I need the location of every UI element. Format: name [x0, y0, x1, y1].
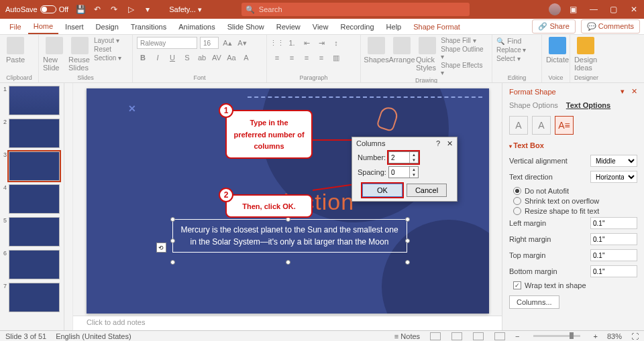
slide-counter[interactable]: Slide 3 of 51: [5, 332, 46, 340]
pane-tab-text[interactable]: Text Options: [566, 101, 610, 109]
decrease-font-icon[interactable]: A▾: [236, 37, 248, 49]
resize-handle[interactable]: [286, 260, 290, 265]
from-beginning-icon[interactable]: ▷: [123, 2, 138, 17]
replace-button[interactable]: Replace ▾: [496, 46, 526, 54]
tab-animations[interactable]: Animations: [173, 20, 220, 33]
spin-up-icon[interactable]: ▲: [410, 167, 418, 172]
number-spinner[interactable]: ▲▼: [388, 151, 419, 163]
shape-outline-button[interactable]: Shape Outline ▾: [441, 46, 488, 60]
shapes-button[interactable]: Shapes: [365, 37, 388, 64]
resize-handle[interactable]: [405, 217, 410, 222]
top-margin-input[interactable]: [590, 249, 637, 261]
slide-body-textbox[interactable]: Mercury is the closest planet to the Sun…: [172, 219, 407, 253]
shape-effects-button[interactable]: Shape Effects ▾: [441, 62, 488, 76]
paste-button[interactable]: Paste: [4, 37, 27, 64]
comments-button[interactable]: 💬 Comments: [581, 19, 640, 33]
line-spacing-icon[interactable]: ↕: [330, 37, 342, 49]
file-name[interactable]: Safety... ▾: [169, 5, 202, 14]
align-center-icon[interactable]: ≡: [286, 52, 298, 64]
valign-select[interactable]: Middle: [590, 155, 637, 167]
radio-shrink[interactable]: Shrink text on overflow: [513, 197, 637, 205]
slide-thumb-5[interactable]: [9, 217, 60, 247]
align-right-icon[interactable]: ≡: [301, 52, 313, 64]
redo-icon[interactable]: ↷: [107, 2, 121, 17]
language-status[interactable]: English (United States): [56, 332, 131, 340]
zoom-slider[interactable]: [533, 335, 580, 337]
dictate-button[interactable]: Dictate: [546, 37, 569, 64]
slide-thumb-2[interactable]: [9, 119, 60, 148]
toggle-off-icon[interactable]: [40, 5, 56, 13]
slide-thumb-3[interactable]: [9, 151, 60, 181]
ok-button[interactable]: OK: [362, 184, 402, 197]
zoom-level[interactable]: 83%: [607, 332, 622, 340]
slide-thumb-4[interactable]: [9, 184, 60, 214]
cancel-button[interactable]: Cancel: [407, 184, 447, 197]
spacing-spinner[interactable]: ▲▼: [388, 166, 419, 178]
align-left-icon[interactable]: ≡: [271, 52, 283, 64]
bold-button[interactable]: B: [137, 52, 149, 64]
radio-no-autofit[interactable]: Do not Autofit: [513, 187, 637, 195]
justify-icon[interactable]: ≡: [315, 52, 327, 64]
tdir-select[interactable]: Horizontal: [590, 171, 637, 183]
textbox-icon[interactable]: A≡: [555, 116, 574, 135]
case-button[interactable]: Aa: [225, 52, 237, 64]
section-textbox[interactable]: Text Box: [509, 141, 637, 149]
text-effects-icon[interactable]: A: [532, 116, 551, 135]
zoom-out-button[interactable]: −: [515, 332, 519, 340]
save-icon[interactable]: 💾: [73, 2, 88, 17]
dialog-close-icon[interactable]: ✕: [447, 139, 453, 148]
tab-home[interactable]: Home: [28, 19, 58, 34]
section-button[interactable]: Section ▾: [94, 54, 121, 62]
font-color-icon[interactable]: A: [240, 52, 252, 64]
numbering-icon[interactable]: 1.: [286, 37, 298, 49]
tab-shape-format[interactable]: Shape Format: [408, 20, 466, 33]
tab-transitions[interactable]: Transitions: [125, 20, 172, 33]
slide-thumb-6[interactable]: [9, 250, 60, 279]
find-button[interactable]: 🔍 Find: [496, 37, 526, 45]
dialog-help-icon[interactable]: ?: [436, 139, 440, 148]
reset-button[interactable]: Reset: [94, 46, 121, 53]
columns-icon[interactable]: ▥: [330, 52, 342, 64]
increase-font-icon[interactable]: A▴: [221, 37, 233, 49]
tab-review[interactable]: Review: [271, 20, 306, 33]
slide-thumb-1[interactable]: [9, 86, 60, 115]
wrap-checkbox[interactable]: Wrap text in shape: [513, 281, 637, 289]
search-box[interactable]: 🔍 Search: [241, 3, 470, 16]
tab-insert[interactable]: Insert: [60, 20, 89, 33]
underline-button[interactable]: U: [166, 52, 178, 64]
tab-design[interactable]: Design: [91, 20, 124, 33]
share-button[interactable]: 🔗 Share: [532, 19, 575, 33]
tab-file[interactable]: File: [4, 20, 27, 33]
bullets-icon[interactable]: ⋮⋮: [271, 37, 283, 49]
select-button[interactable]: Select ▾: [496, 55, 526, 62]
spin-up-icon[interactable]: ▲: [410, 152, 418, 157]
resize-handle[interactable]: [405, 260, 410, 265]
notes-toggle[interactable]: ≡ Notes: [394, 332, 420, 340]
spin-down-icon[interactable]: ▼: [410, 157, 418, 163]
shape-fill-button[interactable]: Shape Fill ▾: [441, 37, 488, 44]
resize-handle[interactable]: [405, 238, 410, 243]
reuse-slides-button[interactable]: Reuse Slides: [68, 37, 91, 72]
pane-dropdown-icon[interactable]: ▾: [621, 87, 625, 96]
spin-down-icon[interactable]: ▼: [410, 172, 418, 178]
undo-icon[interactable]: ↶: [90, 2, 105, 17]
font-size-input[interactable]: [200, 37, 219, 49]
resize-handle[interactable]: [170, 217, 175, 222]
right-margin-input[interactable]: [590, 233, 637, 245]
rotate-handle-icon[interactable]: ⟲: [156, 243, 166, 253]
number-input[interactable]: [389, 152, 409, 163]
autosave-toggle[interactable]: AutoSave Off: [3, 4, 71, 15]
user-avatar[interactable]: [549, 3, 561, 15]
layout-button[interactable]: Layout ▾: [94, 37, 121, 44]
new-slide-button[interactable]: New Slide: [43, 37, 66, 72]
normal-view-icon[interactable]: [430, 332, 441, 340]
minimize-icon[interactable]: —: [586, 2, 601, 17]
columns-button[interactable]: Columns...: [509, 295, 559, 309]
resize-handle[interactable]: [170, 260, 175, 265]
quick-styles-button[interactable]: Quick Styles: [416, 37, 438, 72]
spacing-button[interactable]: AV: [211, 52, 223, 64]
slide-thumb-7[interactable]: [9, 283, 60, 312]
notes-pane[interactable]: Click to add notes: [73, 316, 502, 330]
spacing-input[interactable]: [389, 167, 409, 178]
indent-inc-icon[interactable]: ⇥: [315, 37, 327, 49]
